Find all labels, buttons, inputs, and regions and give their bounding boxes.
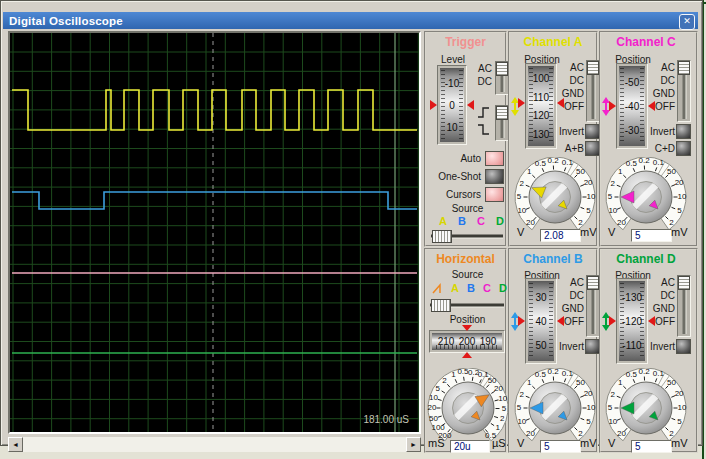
channel-d-coupling-option-ac: AC — [639, 276, 675, 289]
horizontal-unit-left: mS — [428, 437, 445, 449]
channel-d-coupling-option-off: OFF — [639, 315, 675, 328]
horizontal-source-letter-a: A — [448, 282, 462, 294]
knob-scale-label: 1 — [451, 370, 456, 379]
knob-scale-label: 10 — [678, 192, 687, 201]
gauge-ticks — [436, 345, 498, 349]
horizontal-position-label: Position — [426, 314, 509, 325]
knob-scale-label: 5 — [517, 403, 522, 412]
knob-scale-label: 0.1 — [653, 158, 665, 167]
channel-a-invert-button[interactable] — [585, 124, 600, 139]
channel-c-coupling-switch[interactable] — [677, 60, 691, 122]
knob-scale-label: 20 — [494, 384, 503, 393]
trigger-auto-button[interactable] — [485, 151, 504, 166]
trigger-level-gauge[interactable]: -10010 — [431, 65, 473, 145]
gauge-frame: -10010 — [437, 65, 467, 145]
channel-c-unit-right: mV — [671, 226, 688, 238]
knob-scale-label: 50 — [576, 167, 585, 176]
channel-d-coupling-switch[interactable] — [677, 275, 691, 337]
trigger-cursors-button[interactable] — [485, 187, 504, 202]
gauge-pointer-left — [609, 101, 616, 111]
channel-b-coupling-switch[interactable] — [586, 275, 600, 337]
ramp-icon — [431, 282, 446, 295]
knob-scale-label: 1 — [618, 167, 623, 176]
channel-c-sum-label: C+D — [631, 143, 675, 154]
knob-scale-label: 0.5 — [626, 159, 638, 168]
knob-scale-label: 10 — [587, 192, 596, 201]
channel-a-sum-button[interactable] — [585, 141, 600, 156]
knob-scale-label: 5 — [502, 404, 507, 413]
channel-b-value: 5 — [540, 440, 581, 453]
knob-scale-label: 10 — [517, 417, 526, 426]
gauge-pointer-top — [462, 325, 472, 331]
knob-scale-label: 1 — [618, 378, 623, 387]
channel-a-panel: Channel A Position 100110120130 ACDCGNDO… — [508, 31, 598, 247]
knob-scale-label: 20 — [526, 218, 535, 227]
gauge-tube: -10010 — [440, 68, 464, 142]
scroll-right-button[interactable]: ► — [406, 437, 421, 452]
channel-b-unit-right: mV — [580, 437, 597, 449]
switch-knob[interactable] — [496, 106, 508, 120]
knob-scale-label: 10 — [517, 206, 526, 215]
falling-edge-icon — [476, 123, 491, 136]
slider-knob[interactable] — [432, 230, 452, 243]
trigger-source-slider[interactable] — [431, 229, 503, 242]
trigger-source-letter-c: C — [474, 215, 488, 227]
knob-scale-label: 20 — [428, 403, 437, 412]
channel-c-invert-button[interactable] — [676, 124, 691, 139]
trigger-coupling-switch[interactable] — [495, 61, 509, 95]
knob-scale-label: 20 — [675, 389, 684, 398]
knob-scale-label: 2 — [519, 179, 524, 188]
slider-knob[interactable] — [431, 299, 451, 312]
gauge-pointer-left — [609, 316, 616, 326]
channel-a-coupling-switch[interactable] — [586, 60, 600, 122]
channel-a-unit-left: V — [517, 226, 524, 238]
knob-scale-label: 0.2 — [639, 157, 651, 165]
knob-scale-label: 1 — [496, 423, 501, 432]
channel-d-coupling-option-dc: DC — [639, 289, 675, 302]
knob-scale-label: 10 — [608, 417, 617, 426]
gauge-pointer-right — [467, 100, 474, 110]
channel-d-value: 5 — [631, 440, 672, 453]
knob-scale-label: 5 — [436, 384, 441, 393]
horizontal-source-slider[interactable] — [430, 298, 504, 311]
trigger-coupling-option-ac: AC — [468, 62, 492, 75]
switch-knob[interactable] — [587, 61, 599, 75]
channel-b-unit-left: V — [517, 437, 524, 449]
display-scrollbar[interactable]: ◄ ► — [8, 437, 421, 452]
scope-display: 181.00 uS — [8, 31, 421, 434]
trigger-source-letter-b: B — [455, 215, 469, 227]
knob-scale-label: 20 — [584, 389, 593, 398]
title-bar[interactable]: Digital Oscilloscope ✕ — [3, 12, 698, 29]
channel-d-unit-right: mV — [671, 437, 688, 449]
gauge-pointer-left — [430, 100, 437, 110]
gauge-frame: 210200190 — [429, 330, 505, 353]
channel-c-sum-button[interactable] — [676, 141, 691, 156]
gauge-pointer-left — [518, 98, 525, 108]
knob-scale-label: 20 — [617, 429, 626, 438]
horizontal-panel: Horizontal Source Position 210200190 200… — [424, 248, 507, 453]
horizontal-position-gauge[interactable]: 210200190 — [429, 326, 505, 357]
channel-b-invert-button[interactable] — [585, 339, 600, 354]
knob-scale-label: 5 — [677, 206, 682, 215]
knob-scale-label: 10 — [608, 206, 617, 215]
trigger-coupling-option-dc: DC — [468, 75, 492, 88]
channel-d-invert-button[interactable] — [676, 339, 691, 354]
switch-knob[interactable] — [496, 62, 508, 76]
channel-a-title: Channel A — [510, 35, 596, 49]
trigger-edge-switch[interactable] — [495, 105, 509, 141]
gauge-pointer-bottom — [462, 352, 472, 358]
channel-d-unit-left: V — [608, 437, 615, 449]
switch-knob[interactable] — [678, 61, 690, 75]
switch-knob[interactable] — [587, 276, 599, 290]
switch-knob[interactable] — [678, 276, 690, 290]
trigger-oneshot-button[interactable] — [485, 169, 504, 184]
channel-d-coupling-option-gnd: GND — [639, 302, 675, 315]
trigger-title: Trigger — [426, 35, 505, 49]
scroll-left-button[interactable]: ◄ — [8, 437, 23, 452]
knob-scale-label: 5 — [586, 417, 591, 426]
close-button[interactable]: ✕ — [679, 14, 695, 30]
channel-a-value: 2.08 — [540, 229, 581, 242]
knob-scale-label: 0.2 — [548, 157, 560, 165]
trigger-panel: Trigger Level -10010 ACDC Auto One-Shot … — [424, 31, 507, 247]
gauge-pointer-left — [518, 316, 525, 326]
